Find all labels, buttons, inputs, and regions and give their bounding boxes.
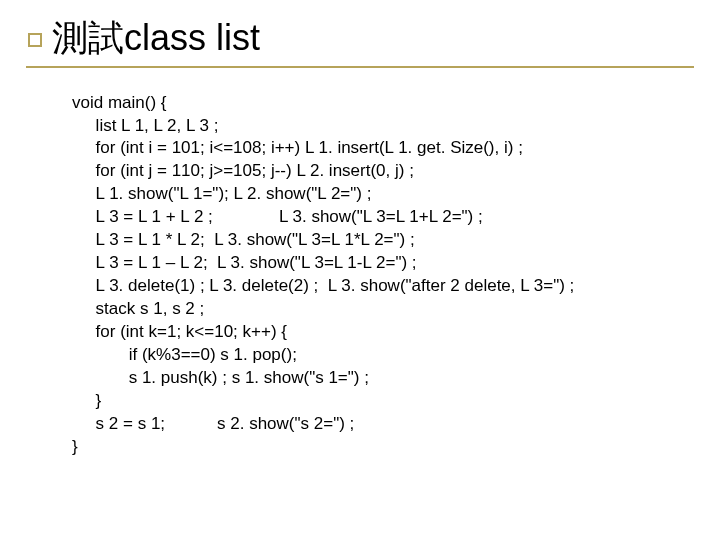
title-rule bbox=[26, 66, 694, 68]
code-line: void main() { bbox=[72, 92, 694, 115]
slide-title: 測試class list bbox=[52, 18, 260, 58]
code-line: s 2 = s 1; s 2. show("s 2=") ; bbox=[72, 413, 694, 436]
code-line: list L 1, L 2, L 3 ; bbox=[72, 115, 694, 138]
title-row: 測試class list bbox=[26, 18, 694, 58]
code-line: } bbox=[72, 390, 694, 413]
code-line: for (int k=1; k<=10; k++) { bbox=[72, 321, 694, 344]
code-line: } bbox=[72, 436, 694, 459]
code-line: L 3. delete(1) ; L 3. delete(2) ; L 3. s… bbox=[72, 275, 694, 298]
code-line: stack s 1, s 2 ; bbox=[72, 298, 694, 321]
code-block: void main() { list L 1, L 2, L 3 ; for (… bbox=[26, 92, 694, 459]
bullet-icon bbox=[28, 33, 42, 47]
code-line: s 1. push(k) ; s 1. show("s 1=") ; bbox=[72, 367, 694, 390]
code-line: for (int i = 101; i<=108; i++) L 1. inse… bbox=[72, 137, 694, 160]
code-line: L 3 = L 1 * L 2; L 3. show("L 3=L 1*L 2=… bbox=[72, 229, 694, 252]
code-line: for (int j = 110; j>=105; j--) L 2. inse… bbox=[72, 160, 694, 183]
code-line: if (k%3==0) s 1. pop(); bbox=[72, 344, 694, 367]
code-line: L 3 = L 1 – L 2; L 3. show("L 3=L 1-L 2=… bbox=[72, 252, 694, 275]
slide: 測試class list void main() { list L 1, L 2… bbox=[0, 0, 720, 540]
code-line: L 3 = L 1 + L 2 ; L 3. show("L 3=L 1+L 2… bbox=[72, 206, 694, 229]
code-line: L 1. show("L 1="); L 2. show("L 2=") ; bbox=[72, 183, 694, 206]
